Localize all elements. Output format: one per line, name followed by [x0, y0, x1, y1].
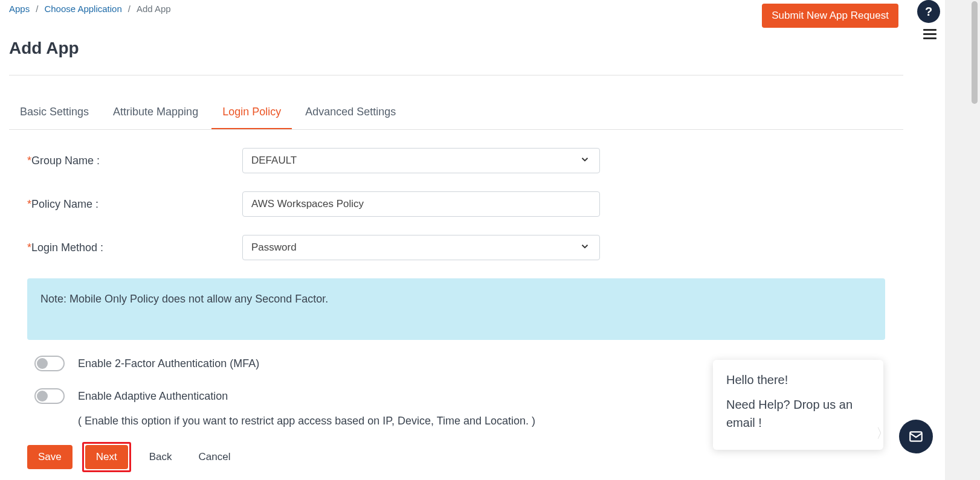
breadcrumb-separator: / [36, 4, 38, 14]
tabs: Basic Settings Attribute Mapping Login P… [9, 98, 903, 130]
cancel-button[interactable]: Cancel [190, 445, 239, 469]
breadcrumb-choose-application[interactable]: Choose Application [44, 4, 121, 14]
scrollbar-thumb[interactable] [972, 1, 978, 104]
adaptive-auth-toggle-label: Enable Adaptive Authentication [78, 390, 228, 403]
login-method-select[interactable] [242, 235, 600, 260]
breadcrumb-separator: / [128, 4, 131, 14]
submit-new-app-request-button[interactable]: Submit New App Request [762, 4, 898, 28]
page-title: Add App [9, 39, 903, 58]
next-button-highlight: Next [82, 442, 131, 472]
divider [9, 75, 903, 75]
policy-name-label: *Policy Name : [27, 198, 242, 211]
next-button[interactable]: Next [85, 445, 128, 469]
tab-login-policy[interactable]: Login Policy [211, 98, 292, 129]
tab-advanced-settings[interactable]: Advanced Settings [294, 98, 407, 129]
breadcrumb: Apps / Choose Application / Add App [9, 4, 171, 14]
breadcrumb-apps[interactable]: Apps [9, 4, 30, 14]
chat-popup-arrow: 〉 [876, 424, 889, 443]
chat-popup: Hello there! Need Help? Drop us an email… [713, 360, 883, 450]
chat-button[interactable] [899, 420, 933, 453]
chat-help-text: Need Help? Drop us an email ! [726, 395, 870, 432]
hamburger-menu-icon[interactable] [923, 27, 936, 42]
scrollbar-track[interactable] [945, 0, 980, 480]
mail-icon [908, 429, 924, 444]
save-button[interactable]: Save [27, 445, 73, 469]
back-button[interactable]: Back [141, 445, 181, 469]
login-method-label: *Login Method : [27, 242, 242, 254]
tab-basic-settings[interactable]: Basic Settings [9, 98, 100, 129]
tab-attribute-mapping[interactable]: Attribute Mapping [102, 98, 209, 129]
question-mark-icon: ? [925, 5, 932, 19]
chat-greeting: Hello there! [726, 373, 870, 387]
policy-name-input[interactable] [242, 191, 600, 217]
group-name-label: *Group Name : [27, 155, 242, 167]
mfa-toggle[interactable] [34, 356, 65, 371]
group-name-select[interactable] [242, 148, 600, 173]
mfa-toggle-label: Enable 2-Factor Authentication (MFA) [78, 357, 259, 370]
adaptive-auth-toggle[interactable] [34, 388, 65, 404]
help-icon[interactable]: ? [917, 0, 940, 23]
breadcrumb-current: Add App [137, 4, 171, 14]
note-box: Note: Mobile Only Policy does not allow … [27, 278, 885, 340]
